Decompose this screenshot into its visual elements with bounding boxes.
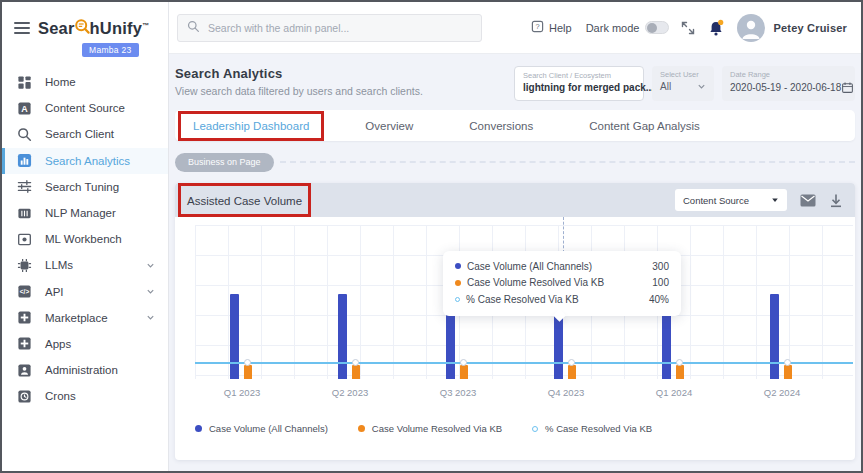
date-range-filter[interactable]: Date Range 2020-05-19 - 2020-06-18 <box>722 66 855 101</box>
case-volume-bar[interactable] <box>770 294 779 379</box>
select-user-filter[interactable]: Select User All <box>652 66 714 101</box>
search-tuning-icon <box>16 178 33 195</box>
sidebar-item-administration[interactable]: Administration <box>2 357 168 383</box>
sidebar-item-ml-workbench[interactable]: ML Workbench <box>2 226 168 252</box>
sidebar-item-content-source[interactable]: AContent Source <box>2 95 168 121</box>
sidebar-item-label: Search Tuning <box>45 181 119 193</box>
legend-item-case-resolved-via-kb[interactable]: % Case Resolved Via KB <box>532 423 652 434</box>
tab-conversions[interactable]: Conversions <box>469 120 533 132</box>
resolved-via-kb-bar[interactable] <box>568 365 576 379</box>
tab-label: Conversions <box>469 120 533 132</box>
legend-label: Case Volume Resolved Via KB <box>372 423 502 434</box>
content-source-dropdown[interactable]: Content Source <box>675 189 787 211</box>
administration-icon <box>16 362 33 379</box>
sidebar-item-search-client[interactable]: Search Client <box>2 121 168 147</box>
ml-workbench-icon <box>16 231 33 248</box>
x-axis-label: Q3 2023 <box>440 387 476 398</box>
sidebar-item-nlp-manager[interactable]: NLP Manager <box>2 200 168 226</box>
tab-leadership-dashboard[interactable]: Leadership Dashboard <box>193 120 309 132</box>
crons-icon <box>16 388 33 405</box>
resolved-via-kb-bar[interactable] <box>676 365 684 379</box>
search-client-filter-label: Search Client / Ecosystem <box>523 71 635 80</box>
percent-resolved-point[interactable] <box>784 359 791 366</box>
section-dropzone: Business on Page <box>175 152 855 172</box>
bar-group-q2-2023 <box>338 217 362 379</box>
legend-item-case-volume-all-channels[interactable]: Case Volume (All Channels) <box>195 423 328 434</box>
help-icon: ? <box>531 19 544 37</box>
sidebar-item-api[interactable]: </>API <box>2 279 168 305</box>
business-on-page-badge[interactable]: Business on Page <box>175 153 274 172</box>
date-range-filter-label: Date Range <box>730 70 847 79</box>
resolved-via-kb-bar[interactable] <box>784 365 792 379</box>
sidebar-item-search-tuning[interactable]: Search Tuning <box>2 174 168 200</box>
case-volume-bar[interactable] <box>338 294 347 379</box>
sidebar-item-marketplace[interactable]: Marketplace <box>2 305 168 331</box>
sidebar-item-apps[interactable]: Apps <box>2 331 168 357</box>
sidebar-item-label: Search Client <box>45 128 114 140</box>
assisted-case-volume-card: Assisted Case Volume Content Source <box>175 183 855 460</box>
dark-mode-toggle[interactable] <box>645 21 669 34</box>
llms-icon <box>16 257 33 274</box>
content-area: Search Analytics View search data filter… <box>169 54 861 471</box>
series-marker-icon <box>532 426 538 432</box>
sidebar-item-label: API <box>45 286 64 298</box>
legend-item-case-volume-resolved-via-kb[interactable]: Case Volume Resolved Via KB <box>358 423 502 434</box>
sidebar-item-label: ML Workbench <box>45 233 122 245</box>
search-client-filter-value: lightning for merged pack... <box>523 82 654 93</box>
x-axis-label: Q4 2023 <box>548 387 584 398</box>
tooltip-anchor-dashed-line <box>563 217 564 253</box>
magnifier-logo-icon <box>75 18 90 39</box>
sidebar-item-search-analytics[interactable]: Search Analytics <box>2 148 168 174</box>
sidebar-item-label: Marketplace <box>45 312 108 324</box>
sidebar-item-label: Search Analytics <box>45 155 130 167</box>
chevron-down-icon <box>146 313 155 322</box>
percent-resolved-point[interactable] <box>244 359 251 366</box>
tab-overview[interactable]: Overview <box>365 120 413 132</box>
tooltip-series-label: Case Volume Resolved Via KB <box>467 277 604 288</box>
legend-label: % Case Resolved Via KB <box>545 423 652 434</box>
help-button[interactable]: ? Help <box>531 19 572 37</box>
admin-search[interactable] <box>177 14 482 42</box>
api-icon: </> <box>16 283 33 300</box>
case-volume-bar[interactable] <box>230 294 239 379</box>
bar-group-q1-2023 <box>230 217 254 379</box>
tooltip-row: % Case Resolved Via KB40% <box>455 291 669 308</box>
brand-logo-text-post: hUnify <box>90 19 143 38</box>
search-client-filter[interactable]: Search Client / Ecosystem lightning for … <box>514 66 644 101</box>
sidebar-item-home[interactable]: Home <box>2 69 168 95</box>
percent-resolved-point[interactable] <box>676 359 683 366</box>
notifications-bell-icon[interactable] <box>708 19 725 37</box>
chart-legend: Case Volume (All Channels)Case Volume Re… <box>195 423 652 434</box>
series-marker-icon <box>455 297 460 302</box>
version-badge: Mamba 23 <box>82 43 139 57</box>
tab-content-gap-analysis[interactable]: Content Gap Analysis <box>589 120 700 132</box>
percent-resolved-point[interactable] <box>460 359 467 366</box>
fullscreen-icon[interactable] <box>681 21 695 35</box>
select-user-filter-value: All <box>660 81 671 92</box>
user-avatar[interactable] <box>737 14 765 42</box>
percent-resolved-point[interactable] <box>568 359 575 366</box>
tab-label: Content Gap Analysis <box>589 120 700 132</box>
sidebar-item-label: LLMs <box>45 259 73 271</box>
brand-logo-text-pre: Sear <box>38 19 75 38</box>
x-axis-label: Q2 2023 <box>332 387 368 398</box>
admin-search-input[interactable] <box>208 22 472 34</box>
sidebar-item-llms[interactable]: LLMs <box>2 252 168 278</box>
series-marker-icon <box>195 425 202 432</box>
email-report-icon[interactable] <box>800 194 816 207</box>
tooltip-series-value: 300 <box>652 261 669 272</box>
hamburger-menu-icon[interactable] <box>14 22 30 37</box>
user-name: Petey Cruiser <box>773 22 847 34</box>
sidebar-item-crons[interactable]: Crons <box>2 383 168 409</box>
sidebar-item-label: NLP Manager <box>45 207 116 219</box>
download-icon[interactable] <box>829 193 843 208</box>
resolved-via-kb-bar[interactable] <box>352 365 360 379</box>
home-icon <box>16 74 33 91</box>
tooltip-series-value: 100 <box>652 277 669 288</box>
chart-plot-area: Q1 2023Q2 2023Q3 2023Q4 2023Q1 2024Q2 20… <box>175 217 855 413</box>
resolved-via-kb-bar[interactable] <box>244 365 252 379</box>
sidebar-item-label: Administration <box>45 364 118 376</box>
resolved-via-kb-bar[interactable] <box>460 365 468 379</box>
percent-resolved-point[interactable] <box>352 359 359 366</box>
date-range-filter-value: 2020-05-19 - 2020-06-18 <box>730 82 841 93</box>
